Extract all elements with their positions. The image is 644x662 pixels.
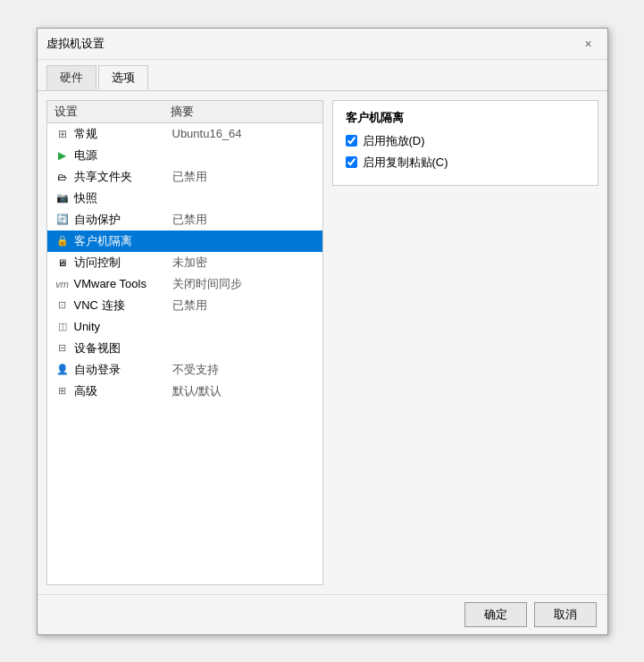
right-panel: 客户机隔离 启用拖放(D) 启用复制粘贴(C) — [332, 100, 598, 585]
autologin-icon: 👤 — [54, 363, 71, 377]
item-name-vmtools: VMware Tools — [74, 277, 172, 290]
item-name-general: 常规 — [74, 126, 172, 142]
clipboard-checkbox[interactable] — [346, 156, 357, 168]
item-name-autologin: 自动登录 — [74, 362, 172, 378]
item-name-unity: Unity — [74, 320, 172, 333]
item-name-access: 访问控制 — [74, 255, 172, 271]
list-item-autologin[interactable]: 👤 自动登录 不受支持 — [47, 359, 322, 381]
isolation-icon: 🔒 — [54, 234, 71, 248]
drag-label: 启用拖放(D) — [363, 133, 425, 149]
advanced-icon: ⊞ — [54, 384, 71, 398]
access-icon: 🖥 — [54, 256, 71, 270]
title-bar: 虚拟机设置 × — [38, 29, 607, 60]
header-setting: 设置 — [54, 104, 171, 120]
power-icon — [54, 148, 71, 163]
deviceview-icon: ⊟ — [54, 341, 71, 356]
item-name-vnc: VNC 连接 — [74, 297, 172, 314]
list-item-advanced[interactable]: ⊞ 高级 默认/默认 — [47, 381, 322, 402]
virtual-machine-settings-dialog: 虚拟机设置 × 硬件 选项 设置 摘要 常规 Ubuntu16_64 — [37, 28, 608, 635]
general-icon — [54, 127, 71, 141]
drag-option[interactable]: 启用拖放(D) — [346, 133, 585, 149]
tabs-bar: 硬件 选项 — [38, 60, 607, 91]
list-item-deviceview[interactable]: ⊟ 设备视图 — [47, 338, 322, 359]
item-summary-autologin: 不受支持 — [172, 362, 315, 378]
list-item-share[interactable]: 🗁 共享文件夹 已禁用 — [47, 166, 322, 188]
vnc-icon: ⊡ — [54, 298, 71, 313]
list-item-vmtools[interactable]: vm VMware Tools 关闭时间同步 — [47, 273, 322, 295]
item-name-autoprotect: 自动保护 — [74, 212, 172, 228]
cancel-button[interactable]: 取消 — [534, 602, 597, 627]
header-summary: 摘要 — [171, 104, 194, 120]
drag-checkbox[interactable] — [346, 135, 357, 147]
list-header: 设置 摘要 — [47, 101, 322, 123]
list-item-access[interactable]: 🖥 访问控制 未加密 — [47, 252, 322, 273]
list-item-autoprotect[interactable]: 🔄 自动保护 已禁用 — [47, 209, 322, 230]
item-summary-autoprotect: 已禁用 — [172, 212, 315, 228]
list-item-power[interactable]: 电源 — [47, 145, 322, 166]
confirm-button[interactable]: 确定 — [464, 602, 527, 627]
item-summary-vmtools: 关闭时间同步 — [172, 276, 315, 292]
settings-list-panel: 设置 摘要 常规 Ubuntu16_64 电源 🗁 — [46, 100, 323, 585]
section-title: 客户机隔离 — [346, 110, 585, 126]
list-items-container: 常规 Ubuntu16_64 电源 🗁 共享文件夹 已禁用 📷 — [47, 123, 322, 584]
item-name-share: 共享文件夹 — [74, 169, 172, 185]
list-item-isolation[interactable]: 🔒 客户机隔离 — [47, 230, 322, 252]
dialog-body: 设置 摘要 常规 Ubuntu16_64 电源 🗁 — [38, 91, 607, 594]
item-summary-advanced: 默认/默认 — [172, 383, 315, 399]
list-item-general[interactable]: 常规 Ubuntu16_64 — [47, 123, 322, 145]
vmtools-icon: vm — [54, 277, 71, 291]
dialog-title: 虚拟机设置 — [46, 36, 105, 52]
tab-options[interactable]: 选项 — [98, 65, 148, 90]
share-icon: 🗁 — [54, 170, 71, 184]
unity-icon: ◫ — [54, 320, 71, 334]
clipboard-label: 启用复制粘贴(C) — [363, 155, 448, 171]
item-summary-general: Ubuntu16_64 — [172, 127, 315, 140]
item-summary-vnc: 已禁用 — [172, 297, 315, 314]
item-name-advanced: 高级 — [74, 383, 172, 399]
item-name-deviceview: 设备视图 — [74, 340, 172, 356]
item-summary-share: 已禁用 — [172, 169, 315, 185]
item-summary-access: 未加密 — [172, 255, 315, 271]
clipboard-option[interactable]: 启用复制粘贴(C) — [346, 155, 585, 171]
dialog-footer: 确定 取消 — [38, 594, 607, 634]
list-item-snapshot[interactable]: 📷 快照 — [47, 188, 322, 209]
item-name-snapshot: 快照 — [74, 190, 172, 206]
list-item-vnc[interactable]: ⊡ VNC 连接 已禁用 — [47, 295, 322, 316]
snapshot-icon: 📷 — [54, 191, 71, 205]
item-name-isolation: 客户机隔离 — [74, 233, 172, 249]
item-name-power: 电源 — [74, 147, 172, 163]
tab-hardware[interactable]: 硬件 — [46, 65, 96, 90]
close-button[interactable]: × — [579, 34, 598, 54]
autoprotect-icon: 🔄 — [54, 213, 71, 227]
isolation-section: 客户机隔离 启用拖放(D) 启用复制粘贴(C) — [332, 100, 598, 186]
list-item-unity[interactable]: ◫ Unity — [47, 316, 322, 338]
